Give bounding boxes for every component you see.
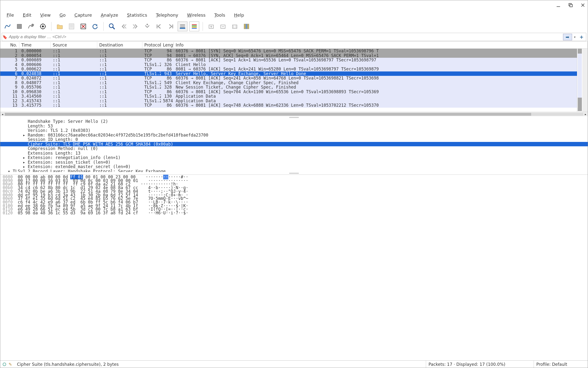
svg-rect-40 xyxy=(244,24,245,29)
expert-info-icon[interactable] xyxy=(3,363,6,366)
column-header-length[interactable]: Length xyxy=(161,42,174,48)
packet-minimap[interactable] xyxy=(577,49,582,112)
detail-row[interactable]: Version: TLS 1.2 (0x0303) xyxy=(0,128,588,133)
minimize-button[interactable] xyxy=(556,3,561,8)
find-icon[interactable] xyxy=(107,22,117,31)
menu-capture[interactable]: Capture xyxy=(70,11,97,19)
close-button[interactable] xyxy=(580,3,585,8)
detail-row[interactable]: Cipher Suite: TLS_DHE_PSK_WITH_AES_256_G… xyxy=(0,142,588,147)
statusbar: ✎ Cipher Suite (tls.handshake.ciphersuit… xyxy=(0,360,588,368)
titlebar xyxy=(0,0,588,10)
status-profile[interactable]: Profile: Default xyxy=(534,361,588,368)
edit-icon[interactable]: ✎ xyxy=(9,362,12,367)
packet-row[interactable]: 70.024072::1::1TCP8660376 → 8081 [ACK] S… xyxy=(0,76,588,80)
svg-point-6 xyxy=(31,24,34,26)
detail-row[interactable]: Handshake Type: Server Hello (2) xyxy=(0,119,588,124)
packet-row[interactable]: 10.000000::1::1TCP9460376 → 8081 [SYN] S… xyxy=(0,49,588,53)
packet-row[interactable]: 20.000054::1::1TCP948081 → 60376 [SYN, A… xyxy=(0,53,588,58)
resize-columns-icon[interactable] xyxy=(242,22,251,31)
menubar: FileEditViewGoCaptureAnalyzeStatisticsTe… xyxy=(0,10,588,20)
svg-text:1:1: 1:1 xyxy=(233,25,237,28)
detail-row[interactable]: ▾ TLSv1.2 Record Layer: Handshake Protoc… xyxy=(0,169,588,172)
svg-rect-2 xyxy=(570,4,572,7)
svg-point-20 xyxy=(109,24,113,28)
display-filter-bar: 🔖 ➡ ▾ + xyxy=(2,33,586,41)
menu-tools[interactable]: Tools xyxy=(210,11,230,19)
menu-help[interactable]: Help xyxy=(230,11,248,19)
detail-row[interactable]: ▸ Random: 083166cc76aea0ec66ac02034ec4f9… xyxy=(0,133,588,138)
packet-row[interactable]: 113.414560::1::1TLSv1.2130Application Da… xyxy=(0,94,588,99)
go-to-packet-icon[interactable] xyxy=(142,22,152,31)
detail-row[interactable]: Session ID Length: 0 xyxy=(0,137,588,142)
menu-go[interactable]: Go xyxy=(55,11,70,19)
zoom-in-icon[interactable] xyxy=(206,22,216,31)
svg-line-21 xyxy=(113,27,115,29)
status-field: Cipher Suite (tls.handshake.ciphersuite)… xyxy=(14,361,426,368)
close-file-icon[interactable] xyxy=(78,22,88,31)
column-header-no[interactable]: No. xyxy=(0,42,19,48)
start-capture-icon[interactable] xyxy=(3,22,12,31)
packet-row[interactable]: 40.000606::1::1TLSv1.2326Client Hello xyxy=(0,62,588,67)
column-header-time[interactable]: Time xyxy=(19,42,51,48)
packet-row[interactable]: 133.415775::1::1TCP8660376 → 8081 [ACK] … xyxy=(0,103,588,108)
apply-filter-button[interactable]: ➡ xyxy=(563,34,572,40)
add-filter-button[interactable]: + xyxy=(577,34,586,40)
colorize-icon[interactable] xyxy=(189,22,199,31)
detail-row[interactable]: Compression Method: null (0) xyxy=(0,146,588,151)
restart-capture-icon[interactable] xyxy=(26,22,36,31)
column-header-info[interactable]: Info xyxy=(174,42,588,48)
packet-row[interactable]: 30.000089::1::1TCP8660376 → 8081 [ACK] S… xyxy=(0,58,588,62)
zoom-reset-icon[interactable]: 1:1 xyxy=(230,22,240,31)
svg-rect-5 xyxy=(17,24,22,29)
packet-row[interactable]: 100.096830::1::1TCP8660376 → 8081 [ACK] … xyxy=(0,90,588,94)
reload-icon[interactable] xyxy=(90,22,100,31)
packet-list-body[interactable]: 10.000000::1::1TCP9460376 → 8081 [SYN] S… xyxy=(0,49,588,112)
column-header-source[interactable]: Source xyxy=(51,42,97,48)
hex-row[interactable]: 0120 05 98 da 48 36 1c 55 d3 9a 69 16 3f… xyxy=(3,211,585,215)
go-forward-icon[interactable] xyxy=(131,22,140,31)
packet-list-vscroll[interactable] xyxy=(582,49,588,112)
packet-details-pane[interactable]: Handshake Type: Server Hello (2) Length:… xyxy=(0,119,588,172)
stop-capture-icon[interactable] xyxy=(14,22,24,31)
menu-file[interactable]: File xyxy=(2,11,18,19)
detail-row[interactable]: ▸ Extension: session_ticket (len=0) xyxy=(0,160,588,165)
status-packets: Packets: 17 · Displayed: 17 (100.0%) xyxy=(426,361,534,368)
detail-row[interactable]: ▸ Extension: extended_master_secret (len… xyxy=(0,164,588,169)
capture-options-icon[interactable] xyxy=(38,22,48,31)
menu-edit[interactable]: Edit xyxy=(18,11,36,19)
packet-bytes-pane[interactable]: 0080 00 00 00 ab 00 00 0d ff 01 00 01 00… xyxy=(0,174,588,360)
zoom-out-icon[interactable] xyxy=(218,22,228,31)
packet-list-pane: No. Time Source Destination Protocol Len… xyxy=(0,41,588,116)
svg-rect-13 xyxy=(69,24,74,29)
menu-view[interactable]: View xyxy=(36,11,55,19)
go-back-icon[interactable] xyxy=(119,22,129,31)
go-first-icon[interactable] xyxy=(154,22,164,31)
packet-row[interactable]: 123.415743::1::1TLSv1.25874Application D… xyxy=(0,99,588,103)
column-header-destination[interactable]: Destination xyxy=(97,42,142,48)
packet-row[interactable]: 50.000622::1::1TCP868081 → 60376 [ACK] S… xyxy=(0,67,588,71)
menu-statistics[interactable]: Statistics xyxy=(122,11,151,19)
save-file-icon[interactable] xyxy=(67,22,76,31)
menu-wireless[interactable]: Wireless xyxy=(183,11,210,19)
splitter-2[interactable] xyxy=(0,172,588,174)
packet-row[interactable]: 90.055706::1::1TLSv1.2328New Session Tic… xyxy=(0,85,588,90)
detail-row[interactable]: ▸ Extension: renegotiation_info (len=1) xyxy=(0,155,588,160)
detail-row[interactable]: Extensions Length: 13 xyxy=(0,151,588,156)
go-last-icon[interactable] xyxy=(166,22,176,31)
menu-telephony[interactable]: Telephony xyxy=(152,11,183,19)
packet-row[interactable]: 60.024038::1::1TLSv1.2943Server Hello, S… xyxy=(0,71,588,76)
bookmark-icon[interactable]: 🔖 xyxy=(2,35,8,39)
maximize-button[interactable] xyxy=(568,3,573,8)
auto-scroll-icon[interactable] xyxy=(178,22,187,31)
display-filter-input[interactable] xyxy=(8,34,563,40)
detail-row[interactable]: Length: 53 xyxy=(0,124,588,128)
open-file-icon[interactable] xyxy=(55,22,65,31)
splitter-1[interactable] xyxy=(0,116,588,119)
filter-dropdown-icon[interactable]: ▾ xyxy=(573,35,577,39)
packet-list-hscroll[interactable]: ◂▸ xyxy=(0,112,588,116)
svg-point-8 xyxy=(42,25,44,27)
packet-row[interactable]: 80.048077::1::1TLSv1.2549Client Key Exch… xyxy=(0,80,588,85)
column-header-protocol[interactable]: Protocol xyxy=(142,42,161,48)
menu-analyze[interactable]: Analyze xyxy=(96,11,122,19)
main-window: FileEditViewGoCaptureAnalyzeStatisticsTe… xyxy=(0,0,588,368)
